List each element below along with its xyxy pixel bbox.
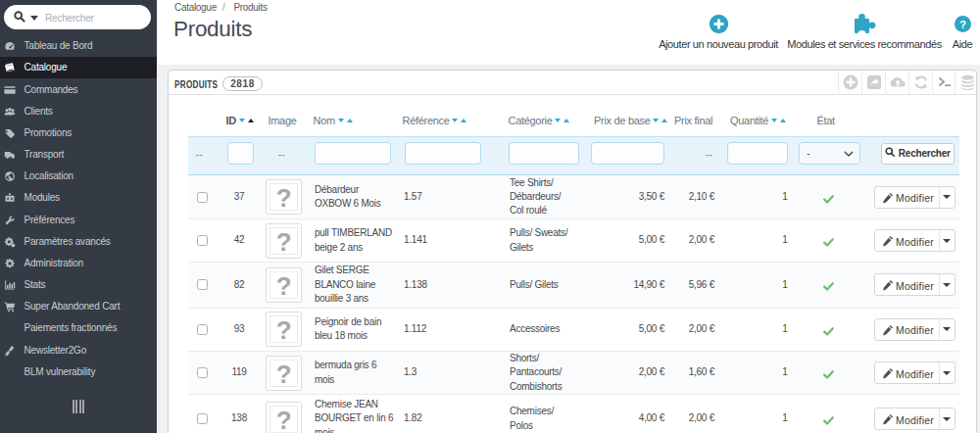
svg-text:?: ? xyxy=(959,19,966,30)
